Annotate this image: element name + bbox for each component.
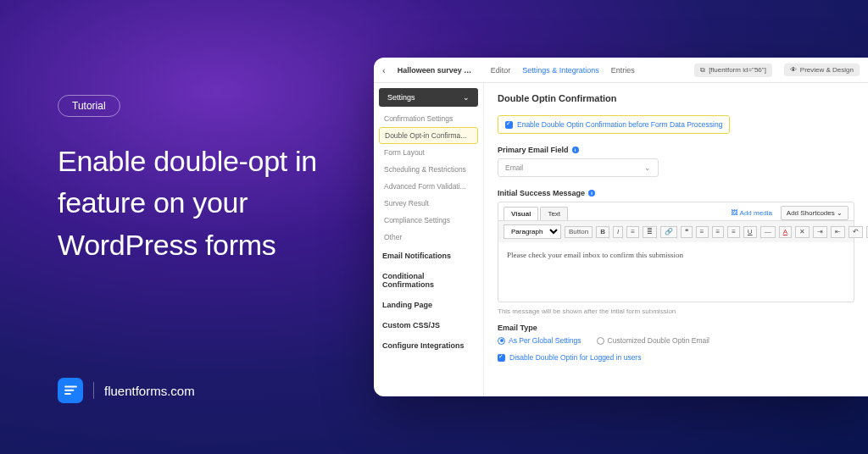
italic-icon[interactable]: I (613, 226, 623, 238)
clear-icon[interactable]: ✕ (795, 226, 810, 238)
editor-hint: This message will be shown after the int… (498, 307, 854, 315)
shortcode-text: [fluentform id="56"] (709, 66, 766, 74)
button-insert[interactable]: Button (565, 226, 593, 238)
undo-icon[interactable]: ↶ (849, 226, 863, 238)
text-color-icon[interactable]: A (779, 226, 792, 238)
main-content: Double Optin Confirmation Enable Double … (484, 83, 868, 396)
sidebar-sub-compliance[interactable]: Compliance Settings (374, 212, 483, 229)
align-center-icon[interactable]: ≡ (712, 226, 725, 238)
chevron-down-icon: ⌄ (463, 93, 470, 102)
editor-content[interactable]: Please check your email inbox to confirm… (498, 242, 854, 302)
sidebar-sub-confirmation[interactable]: Confirmation Settings (374, 110, 483, 127)
primary-email-label: Primary Email Field i (498, 146, 854, 154)
brand-text: fluentforms.com (104, 384, 195, 398)
hr-icon[interactable]: — (760, 226, 776, 238)
sidebar-item-conditional[interactable]: Conditional Confirmations (374, 266, 483, 295)
paragraph-select[interactable]: Paragraph (504, 224, 561, 239)
radio-icon (498, 337, 505, 345)
editor-tab-visual[interactable]: Visual (504, 207, 538, 220)
primary-email-select[interactable]: Email ⌄ (498, 158, 659, 177)
list-ul-icon[interactable]: ≡ (626, 226, 639, 238)
radio-customized-email[interactable]: Customized Double Optin Email (597, 336, 709, 345)
add-shortcodes-button[interactable]: Add Shortcodes ⌄ (781, 206, 849, 220)
screenshot-panel: ‹ Halloween survey Su... Editor Settings… (374, 58, 868, 396)
app-topbar: ‹ Halloween survey Su... Editor Settings… (374, 58, 868, 83)
tutorial-chip: Tutorial (58, 95, 120, 117)
eye-icon: 👁 (790, 66, 797, 74)
editor-tab-text[interactable]: Text (540, 207, 568, 220)
sidebar: Settings ⌄ Confirmation Settings Double … (374, 83, 484, 396)
checkbox-icon (505, 121, 513, 129)
editor-toolbar: Paragraph Button B I ≡ ≣ 🔗 ❝ ≡ ≡ ≡ U — A… (498, 220, 854, 242)
sidebar-sub-survey[interactable]: Survey Result (374, 195, 483, 212)
select-value: Email (505, 163, 523, 172)
copy-icon: ⧉ (700, 66, 705, 75)
sidebar-sub-other[interactable]: Other (374, 229, 483, 246)
add-media-button[interactable]: 🖼 Add media (731, 209, 772, 217)
rich-text-editor: Visual Text 🖼 Add media Add Shortcodes ⌄… (498, 202, 854, 302)
indent-icon[interactable]: ⇥ (813, 226, 827, 238)
chevron-down-icon: ⌄ (644, 163, 651, 172)
email-type-label: Email Type (498, 324, 854, 332)
sidebar-sub-validation[interactable]: Advanced Form Validati... (374, 178, 483, 195)
sidebar-item-cssjs[interactable]: Custom CSS/JS (374, 315, 483, 335)
sidebar-item-email-notifications[interactable]: Email Notifications (374, 246, 483, 266)
fluentforms-logo-icon (58, 378, 83, 403)
hero-headline: Enable double-opt in feature on your Wor… (58, 141, 346, 266)
hero-area: Tutorial Enable double-opt in feature on… (58, 95, 346, 266)
list-ol-icon[interactable]: ≣ (643, 226, 657, 238)
enable-double-optin-checkbox[interactable]: Enable Double Optin Confirmation before … (498, 115, 730, 134)
quote-icon[interactable]: ❝ (681, 226, 693, 238)
success-message-label: Initial Success Message i (498, 189, 854, 197)
media-icon: 🖼 (731, 209, 737, 217)
radio-global-settings[interactable]: As Per Global Settings (498, 336, 581, 345)
preview-label: Preview & Design (800, 66, 854, 74)
sidebar-sub-double-optin[interactable]: Double Opt-in Confirma... (379, 127, 478, 144)
info-icon[interactable]: i (572, 147, 579, 153)
enable-label: Enable Double Optin Confirmation before … (517, 120, 722, 129)
tab-entries[interactable]: Entries (611, 66, 635, 75)
align-right-icon[interactable]: ≡ (727, 226, 740, 238)
page-title: Double Optin Confirmation (498, 93, 854, 103)
top-tabs: Editor Settings & Integrations Entries (491, 66, 635, 75)
sidebar-sub-scheduling[interactable]: Scheduling & Restrictions (374, 161, 483, 178)
checkbox-icon (498, 354, 505, 362)
brand-separator (93, 382, 94, 399)
sidebar-sub-form-layout[interactable]: Form Layout (374, 144, 483, 161)
preview-design-button[interactable]: 👁 Preview & Design (784, 64, 860, 76)
brand-footer: fluentforms.com (58, 378, 195, 403)
link-icon[interactable]: 🔗 (660, 226, 677, 238)
sidebar-item-integrations[interactable]: Configure Integrations (374, 335, 483, 356)
sidebar-item-landing[interactable]: Landing Page (374, 295, 483, 315)
back-arrow-icon[interactable]: ‹ (382, 65, 386, 75)
tab-editor[interactable]: Editor (491, 66, 511, 75)
settings-accordion[interactable]: Settings ⌄ (379, 88, 478, 107)
bold-icon[interactable]: B (596, 226, 609, 238)
shortcode-pill[interactable]: ⧉ [fluentform id="56"] (694, 64, 772, 77)
disable-checkbox[interactable]: Disable Double Optin for Logged in users (498, 353, 854, 362)
underline-icon[interactable]: U (743, 226, 757, 238)
radio-icon (597, 337, 604, 345)
form-title: Halloween survey Su... (398, 66, 474, 75)
align-left-icon[interactable]: ≡ (696, 226, 709, 238)
info-icon[interactable]: i (588, 190, 595, 197)
outdent-icon[interactable]: ⇤ (831, 226, 845, 238)
tab-settings-integrations[interactable]: Settings & Integrations (522, 66, 599, 75)
